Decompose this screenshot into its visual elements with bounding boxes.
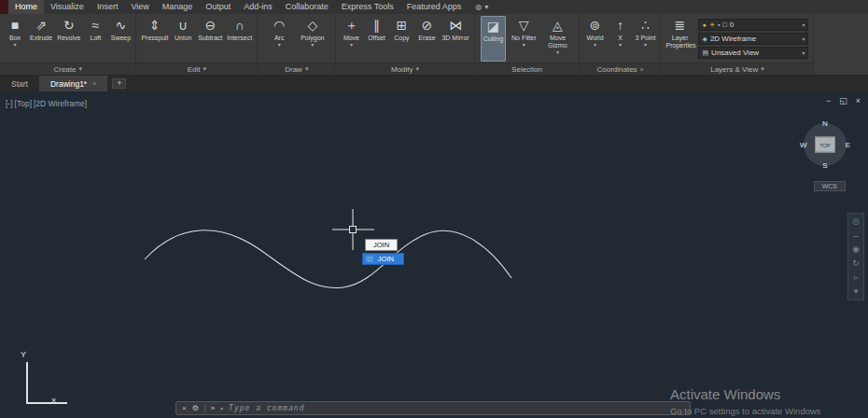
panel-coordinates: ⊚ World ▾ ↑ X ▾ ∴ 3 Point ▾ Coordinates … <box>580 14 661 75</box>
three-point-button[interactable]: ∴ 3 Point ▾ <box>633 16 657 62</box>
copy-tool-button[interactable]: ⊞ Copy <box>389 16 413 62</box>
extrude-tool-button[interactable]: ⇗ Extrude <box>28 16 54 62</box>
navbar-menu-icon[interactable]: ▾ <box>854 286 859 297</box>
panel-layers-view-label: Layers & View <box>710 65 758 74</box>
box-label: Box <box>9 35 21 42</box>
ribbon-tab-manage[interactable]: Manage <box>156 0 200 14</box>
ribbon-tab-collaborate[interactable]: Collaborate <box>279 0 335 14</box>
panel-layers-view: ≣ Layer Properties ● ☀ ▪ □ 0 ▾ ◈ <box>661 14 814 75</box>
mirror3d-icon: ⋈ <box>449 17 462 35</box>
presspull-tool-button[interactable]: ⇕ Presspull <box>139 16 170 62</box>
tab-close-icon[interactable]: × <box>92 80 96 87</box>
viewport-view-control[interactable]: [Top] <box>15 99 32 108</box>
ribbon-tab-output[interactable]: Output <box>199 0 237 14</box>
recent-commands-icon[interactable]: » <box>211 405 215 412</box>
panel-footer-selection[interactable]: Selection <box>475 63 580 75</box>
ucs-y-label: Y <box>21 350 26 359</box>
no-filter-tool-button[interactable]: ▽ No Filter ▾ <box>510 16 538 62</box>
wrench-icon[interactable]: ⚙ <box>192 405 199 412</box>
model-space-canvas[interactable]: [-] [Top] [2D Wireframe] − ◱ × N S W E T… <box>0 91 868 418</box>
ribbon-options-button[interactable]: ◍ ▾ <box>475 3 488 11</box>
dynamic-input-tooltip: JOIN <box>365 239 398 251</box>
tab-drawing1[interactable]: Drawing1* × <box>39 76 107 91</box>
visual-style-selector[interactable]: ◈ 2D Wireframe ▾ <box>698 33 808 45</box>
restore-icon[interactable]: ◱ <box>839 96 847 105</box>
steering-wheel-icon[interactable]: ◎ <box>852 216 860 227</box>
layer-selector[interactable]: ● ☀ ▪ □ 0 ▾ <box>698 19 808 31</box>
viewport-controls: [-] [Top] [2D Wireframe] <box>6 99 87 108</box>
drawing-scene <box>0 91 868 418</box>
panel-footer-edit[interactable]: Edit ▾ <box>136 63 257 75</box>
layer-properties-button[interactable]: ≣ Layer Properties <box>664 16 695 62</box>
union-tool-button[interactable]: ∪ Union <box>171 16 195 62</box>
loft-icon: ≈ <box>92 17 100 35</box>
offset-tool-button[interactable]: ∥ Offset <box>364 16 388 62</box>
viewcube-north[interactable]: N <box>822 119 828 128</box>
command-suggestion-item[interactable]: ∷ JOIN <box>362 253 404 265</box>
panel-modify: ＋ Move ▾ ∥ Offset ⊞ Copy ⊘ Erase ⋈ <box>336 14 474 75</box>
extrude-label: Extrude <box>30 35 52 42</box>
ribbon-tab-express-tools[interactable]: Express Tools <box>335 0 400 14</box>
chevron-down-icon: ▾ <box>350 42 353 49</box>
view-selector[interactable]: ▤ Unsaved View ▾ <box>698 47 808 59</box>
viewcube[interactable]: N S W E TOP <box>800 119 850 170</box>
sweep-tool-button[interactable]: ∿ Sweep <box>108 16 133 62</box>
new-drawing-tab-button[interactable]: + <box>112 78 126 89</box>
erase-tool-button[interactable]: ⊘ Erase <box>414 16 439 62</box>
move-gizmo-tool-button[interactable]: ◬ Move Gizmo ▾ <box>541 16 573 62</box>
arc-tool-button[interactable]: ◠ Arc ▾ <box>267 16 291 62</box>
viewcube-west[interactable]: W <box>800 141 807 149</box>
ribbon-tab-view[interactable]: View <box>124 0 155 14</box>
ribbon-tab-featured-apps[interactable]: Featured Apps <box>400 0 469 14</box>
ribbon-tab-addins[interactable]: Add-ins <box>237 0 279 14</box>
x-axis-button[interactable]: ↑ X ▾ <box>608 16 632 62</box>
subtract-icon: ⊖ <box>204 17 216 35</box>
wcs-menu[interactable]: WCS <box>814 181 846 191</box>
loft-tool-button[interactable]: ≈ Loft <box>83 16 107 62</box>
move-tool-button[interactable]: ＋ Move ▾ <box>339 16 363 62</box>
box-tool-button[interactable]: ■ Box ▾ <box>3 16 27 62</box>
command-suggestion-icon: ∷ <box>366 256 373 262</box>
panel-footer-coordinates[interactable]: Coordinates » <box>580 63 660 75</box>
layer-properties-icon: ≣ <box>675 17 686 35</box>
revolve-tool-button[interactable]: ↻ Revolve <box>55 16 82 62</box>
close-icon[interactable]: × <box>182 405 187 412</box>
panel-selection: ◪ Culling ▽ No Filter ▾ ◬ Move Gizmo ▾ S… <box>475 14 581 75</box>
viewcube-east[interactable]: E <box>846 141 850 149</box>
plus-icon: + <box>117 79 121 88</box>
zoom-icon[interactable]: ◉ <box>852 244 860 255</box>
ribbon-tab-visualize[interactable]: Visualize <box>44 0 91 14</box>
tab-start[interactable]: Start <box>0 76 39 91</box>
pan-icon[interactable]: ↔ <box>852 230 861 241</box>
panel-coordinates-label: Coordinates <box>596 65 637 74</box>
subtract-tool-button[interactable]: ⊖ Subtract <box>196 16 224 62</box>
bulb-icon: ● <box>702 21 706 28</box>
offset-icon: ∥ <box>373 17 380 35</box>
panel-footer-modify[interactable]: Modify ▾ <box>336 63 473 75</box>
orbit-icon[interactable]: ↻ <box>852 258 860 269</box>
showmotion-icon[interactable]: ▹ <box>854 272 859 283</box>
spline-curve[interactable] <box>145 230 511 288</box>
command-line[interactable]: × ⚙ » ▾ Type a command <box>175 401 691 415</box>
culling-tool-button[interactable]: ◪ Culling <box>481 16 506 62</box>
viewcube-south[interactable]: S <box>822 161 827 170</box>
autocad-window: Home Visualize Insert View Manage Output… <box>0 0 868 418</box>
viewport-minimize-control[interactable]: [-] <box>6 99 13 108</box>
panel-footer-layers-view[interactable]: Layers & View ▾ <box>661 63 813 75</box>
viewcube-top-face[interactable]: TOP <box>815 137 835 153</box>
world-ucs-button[interactable]: ⊚ World ▾ <box>582 16 607 62</box>
minimize-icon[interactable]: − <box>826 96 831 105</box>
polygon-tool-button[interactable]: ◇ Polygon ▾ <box>299 16 326 62</box>
sweep-label: Sweep <box>111 35 131 42</box>
command-input[interactable]: Type a command <box>229 404 304 412</box>
intersect-tool-button[interactable]: ∩ Intersect <box>225 16 254 62</box>
mirror3d-tool-button[interactable]: ⋈ 3D Mirror <box>440 16 470 62</box>
move-icon: ＋ <box>344 17 357 35</box>
close-icon[interactable]: × <box>856 96 861 105</box>
ribbon-tab-home[interactable]: Home <box>8 0 44 14</box>
viewport-style-control[interactable]: [2D Wireframe] <box>34 99 87 108</box>
x-axis-icon: ↑ <box>617 17 623 35</box>
panel-footer-create[interactable]: Create ▾ <box>0 63 135 75</box>
panel-footer-draw[interactable]: Draw ▾ <box>258 63 335 75</box>
ribbon-tab-insert[interactable]: Insert <box>91 0 125 14</box>
